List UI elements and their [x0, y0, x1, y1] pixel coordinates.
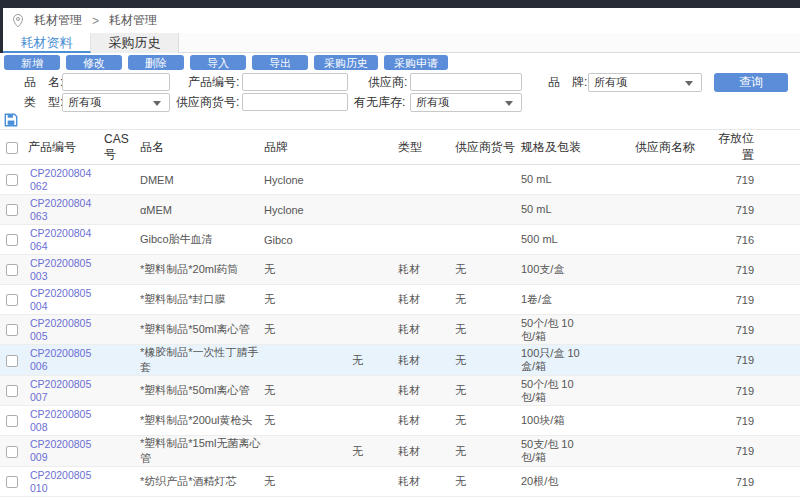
- cell-checkbox: [0, 467, 28, 497]
- stock-filter-label: 有无库存:: [354, 94, 408, 111]
- cell-code[interactable]: CP20200804 064: [28, 225, 104, 255]
- cell-brand: 无: [264, 376, 398, 406]
- cell-location: 719: [711, 255, 770, 285]
- cell-spec: 100块/箱: [521, 406, 635, 436]
- cell-code[interactable]: CP20200805 006: [28, 345, 104, 376]
- cell-supplier-code: 无: [455, 467, 521, 497]
- row-spacer: [770, 376, 800, 406]
- cell-spec: 50 mL: [521, 195, 635, 225]
- name-filter-label: 品 名:: [24, 74, 62, 91]
- row-checkbox[interactable]: [6, 204, 18, 216]
- type-filter-label: 类 型:: [24, 94, 62, 111]
- cell-supplier-name: [635, 255, 711, 285]
- cell-supplier-code: 无: [455, 345, 521, 376]
- cell-spec: 100支/盒: [521, 255, 635, 285]
- cell-spec: 50支/包 10 包/箱: [521, 436, 635, 467]
- cell-spec: 50个/包 10 包/箱: [521, 376, 635, 406]
- table-row[interactable]: CP20200804 063αMEMHyclone50 mL719: [0, 195, 800, 225]
- cell-spec: 100只/盒 10 盒/箱: [521, 345, 635, 376]
- col-header-cas: CAS号: [104, 130, 140, 165]
- row-checkbox[interactable]: [6, 476, 18, 488]
- table-row[interactable]: CP20200804 062DMEMHyclone50 mL719: [0, 165, 800, 195]
- cell-supplier-code: 无: [455, 436, 521, 467]
- cell-cas: [104, 225, 140, 255]
- row-checkbox[interactable]: [6, 174, 18, 186]
- breadcrumb-item-parent[interactable]: 耗材管理: [34, 12, 82, 29]
- select-all-checkbox[interactable]: [6, 142, 18, 154]
- cell-name: αMEM: [140, 195, 264, 225]
- row-checkbox[interactable]: [6, 294, 18, 306]
- tab-consumable-data[interactable]: 耗材资料: [3, 33, 91, 53]
- cell-location: 719: [711, 436, 770, 467]
- table-row[interactable]: CP20200805 010*纺织产品*酒精灯芯无耗材无20根/包719: [0, 467, 800, 497]
- supplier-filter-input[interactable]: [410, 73, 522, 91]
- cell-cas: [104, 376, 140, 406]
- row-checkbox[interactable]: [6, 415, 18, 427]
- cell-code[interactable]: CP20200804 063: [28, 195, 104, 225]
- cell-supplier-name: [635, 345, 711, 376]
- cell-spec: 1卷/盒: [521, 285, 635, 315]
- row-checkbox[interactable]: [6, 234, 18, 246]
- edit-button[interactable]: 修改: [66, 55, 122, 70]
- table-row[interactable]: CP20200805 003*塑料制品*20ml药筒无耗材无100支/盒719: [0, 255, 800, 285]
- add-button[interactable]: 新增: [4, 55, 60, 70]
- export-button[interactable]: 导出: [252, 55, 308, 70]
- row-checkbox[interactable]: [6, 264, 18, 276]
- cell-type: 耗材: [398, 315, 455, 345]
- breadcrumb-item-current: 耗材管理: [109, 12, 157, 29]
- cell-name: DMEM: [140, 165, 264, 195]
- brand-select[interactable]: 所有项: [588, 73, 702, 92]
- cell-supplier-code: 无: [455, 406, 521, 436]
- table-actions: [0, 112, 800, 129]
- supplier-item-filter-input[interactable]: [242, 93, 348, 111]
- table-row[interactable]: CP20200805 007*塑料制品*50ml离心管无耗材无50个/包 10 …: [0, 376, 800, 406]
- tab-purchase-history[interactable]: 采购历史: [91, 33, 179, 53]
- cell-code[interactable]: CP20200805 007: [28, 376, 104, 406]
- purchase-request-button[interactable]: 采购申请: [384, 55, 448, 70]
- row-checkbox[interactable]: [6, 446, 18, 458]
- row-checkbox[interactable]: [6, 324, 18, 336]
- row-spacer: [770, 345, 800, 376]
- cell-brand: Gibco: [264, 225, 398, 255]
- cell-code[interactable]: CP20200805 004: [28, 285, 104, 315]
- cell-spec: 20根/包: [521, 467, 635, 497]
- table-row[interactable]: CP20200805 005*塑料制品*50ml离心管无耗材无50个/包 10 …: [0, 315, 800, 345]
- stock-select[interactable]: 所有项: [410, 93, 522, 112]
- cell-code[interactable]: CP20200805 003: [28, 255, 104, 285]
- cell-code[interactable]: CP20200805 005: [28, 315, 104, 345]
- table-row[interactable]: CP20200805 009*塑料制品*15ml无菌离心管无耗材无50支/包 1…: [0, 436, 800, 467]
- table-row[interactable]: CP20200804 064Gibco胎牛血清Gibco500 mL716: [0, 225, 800, 255]
- product-code-filter-input[interactable]: [242, 73, 348, 91]
- row-spacer: [770, 225, 800, 255]
- table-row[interactable]: CP20200805 006*橡胶制品*一次性丁腈手套无耗材无100只/盒 10…: [0, 345, 800, 376]
- table-row[interactable]: CP20200805 004*塑料制品*封口膜无耗材无1卷/盒719: [0, 285, 800, 315]
- cell-supplier-code: 无: [455, 376, 521, 406]
- purchase-history-button[interactable]: 采购历史: [314, 55, 378, 70]
- cell-brand: 无: [264, 436, 398, 467]
- search-button[interactable]: 查询: [714, 73, 788, 92]
- col-header-supplier-code: 供应商货号: [455, 130, 521, 165]
- cell-name: Gibco胎牛血清: [140, 225, 264, 255]
- cell-code[interactable]: CP20200804 062: [28, 165, 104, 195]
- table-row[interactable]: CP20200805 008*塑料制品*200ul黄枪头无耗材无100块/箱71…: [0, 406, 800, 436]
- name-filter-input[interactable]: [62, 73, 170, 91]
- save-icon[interactable]: [4, 113, 18, 127]
- toolbar: 新增修改删除导入导出采购历史采购申请: [0, 53, 800, 72]
- breadcrumb: 耗材管理 > 耗材管理: [3, 8, 800, 33]
- cell-code[interactable]: CP20200805 009: [28, 436, 104, 467]
- cell-supplier-name: [635, 406, 711, 436]
- row-checkbox[interactable]: [6, 385, 18, 397]
- delete-button[interactable]: 删除: [128, 55, 184, 70]
- row-spacer: [770, 436, 800, 467]
- cell-code[interactable]: CP20200805 008: [28, 406, 104, 436]
- row-checkbox[interactable]: [6, 355, 18, 367]
- cell-type: 耗材: [398, 467, 455, 497]
- cell-cas: [104, 285, 140, 315]
- row-spacer: [770, 195, 800, 225]
- chevron-down-icon: [153, 101, 161, 106]
- type-select[interactable]: 所有项: [62, 93, 170, 112]
- import-button[interactable]: 导入: [190, 55, 246, 70]
- cell-cas: [104, 195, 140, 225]
- cell-name: *塑料制品*200ul黄枪头: [140, 406, 264, 436]
- cell-code[interactable]: CP20200805 010: [28, 467, 104, 497]
